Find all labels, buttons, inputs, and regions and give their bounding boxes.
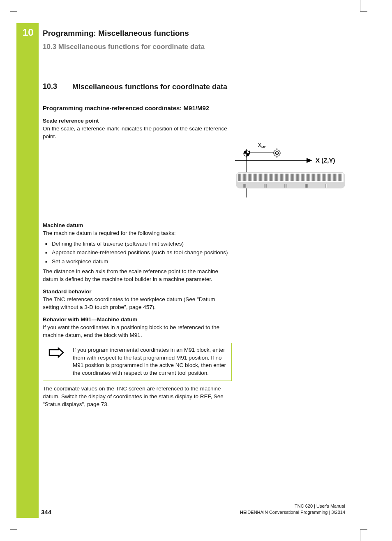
footer-meta: TNC 620 | User's Manual HEIDENHAIN Conve…	[240, 503, 345, 515]
crop-mark-tl	[10, 0, 17, 12]
footer-line2: HEIDENHAIN Conversational Programming | …	[240, 509, 345, 515]
machine-datum-list: Defining the limits of traverse (softwar…	[43, 240, 232, 266]
chapter-tab	[16, 23, 39, 518]
axis-label: X (Z,Y)	[316, 157, 335, 164]
footer-line1: TNC 620 | User's Manual	[240, 503, 345, 509]
page-content: 10.3 Miscellaneous functions for coordin…	[43, 82, 232, 411]
standard-text: The TNC references coordinates to the wo…	[43, 296, 232, 311]
machine-datum-intro: The machine datum is required for the fo…	[43, 230, 232, 237]
list-item: Approach machine-referenced positions (s…	[43, 248, 232, 257]
svg-marker-12	[307, 158, 312, 163]
scale-figure: X MP X (Z,Y)	[234, 140, 347, 195]
list-item: Defining the limits of traverse (softwar…	[43, 240, 232, 248]
section-number: 10.3	[43, 82, 72, 92]
xmp-sub: MP	[261, 145, 266, 149]
page-number: 344	[41, 508, 51, 515]
chapter-title: Programming: Miscellaneous functions	[43, 29, 347, 38]
scale-ref-text: On the scale, a reference mark indicates…	[43, 125, 232, 141]
scale-ref-label: Scale reference point	[43, 118, 232, 124]
running-header: Programming: Miscellaneous functions 10.…	[43, 29, 347, 51]
m91-label: Behavior with M91—Machine datum	[43, 316, 232, 323]
m91-text: If you want the coordinates in a positio…	[43, 324, 232, 339]
note-text: If you program incremental coordinates i…	[73, 346, 227, 378]
section-title: Miscellaneous functions for coordinate d…	[72, 82, 227, 92]
crop-mark-tr	[360, 0, 367, 12]
machine-datum-after: The distance in each axis from the scale…	[43, 268, 232, 283]
m91-after: The coordinate values on the TNC screen …	[43, 385, 232, 409]
section-running-head: 10.3 Miscellaneous functions for coordin…	[43, 43, 347, 51]
crop-mark-bl	[10, 529, 17, 541]
note-box: If you program incremental coordinates i…	[43, 343, 232, 381]
svg-rect-15	[238, 173, 344, 182]
list-item: Set a workpiece datum	[43, 258, 232, 266]
section-heading: 10.3 Miscellaneous functions for coordin…	[43, 82, 232, 92]
standard-label: Standard behavior	[43, 288, 232, 295]
crop-mark-br	[360, 529, 367, 541]
machine-datum-label: Machine datum	[43, 222, 232, 228]
page-footer: 344 TNC 620 | User's Manual HEIDENHAIN C…	[41, 503, 345, 515]
chapter-number: 10	[23, 27, 34, 38]
subheading: Programming machine-referenced coordinat…	[43, 104, 232, 112]
xmp-label: X	[258, 142, 261, 148]
arrow-right-icon	[46, 346, 67, 378]
